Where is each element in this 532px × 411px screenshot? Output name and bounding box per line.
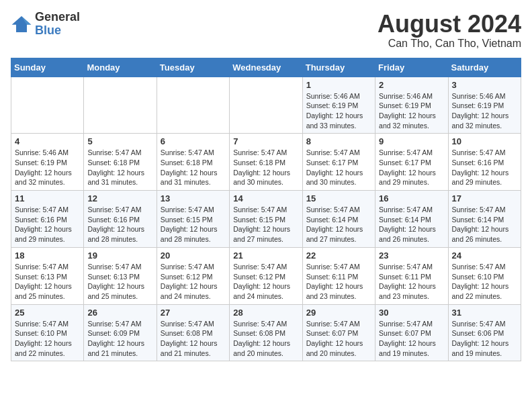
day-number: 10: [452, 136, 517, 146]
day-info: Sunrise: 5:47 AM Sunset: 6:14 PM Dayligh…: [306, 205, 371, 244]
day-number: 19: [87, 250, 152, 261]
day-info: Sunrise: 5:47 AM Sunset: 6:11 PM Dayligh…: [306, 262, 371, 302]
day-of-week-sunday: Sunday: [11, 58, 84, 77]
day-info: Sunrise: 5:46 AM Sunset: 6:19 PM Dayligh…: [452, 91, 517, 131]
calendar-cell: 20Sunrise: 5:47 AM Sunset: 6:12 PM Dayli…: [157, 247, 229, 304]
day-number: 3: [452, 80, 517, 90]
calendar-body: 1Sunrise: 5:46 AM Sunset: 6:19 PM Daylig…: [11, 77, 521, 361]
day-info: Sunrise: 5:47 AM Sunset: 6:12 PM Dayligh…: [233, 262, 298, 302]
day-number: 25: [15, 308, 80, 318]
calendar-cell: 3Sunrise: 5:46 AM Sunset: 6:19 PM Daylig…: [448, 77, 521, 134]
day-info: Sunrise: 5:47 AM Sunset: 6:16 PM Dayligh…: [87, 205, 152, 244]
calendar-cell: 22Sunrise: 5:47 AM Sunset: 6:11 PM Dayli…: [302, 247, 375, 304]
day-number: 30: [379, 308, 444, 318]
day-info: Sunrise: 5:47 AM Sunset: 6:08 PM Dayligh…: [233, 319, 298, 359]
day-info: Sunrise: 5:47 AM Sunset: 6:15 PM Dayligh…: [233, 205, 298, 244]
calendar-cell: 24Sunrise: 5:47 AM Sunset: 6:10 PM Dayli…: [448, 247, 521, 304]
day-number: 26: [87, 308, 152, 318]
calendar-cell: 11Sunrise: 5:47 AM Sunset: 6:16 PM Dayli…: [11, 191, 84, 248]
calendar-cell: 2Sunrise: 5:46 AM Sunset: 6:19 PM Daylig…: [375, 77, 448, 134]
calendar-header: SundayMondayTuesdayWednesdayThursdayFrid…: [11, 58, 521, 77]
days-of-week-row: SundayMondayTuesdayWednesdayThursdayFrid…: [11, 58, 521, 77]
day-info: Sunrise: 5:47 AM Sunset: 6:12 PM Dayligh…: [161, 262, 226, 302]
calendar-cell: 30Sunrise: 5:47 AM Sunset: 6:07 PM Dayli…: [375, 304, 448, 361]
day-of-week-saturday: Saturday: [448, 58, 521, 77]
day-number: 28: [233, 308, 298, 318]
day-number: 11: [15, 193, 80, 203]
day-number: 8: [306, 136, 371, 146]
day-info: Sunrise: 5:46 AM Sunset: 6:19 PM Dayligh…: [306, 91, 371, 131]
calendar-cell: 25Sunrise: 5:47 AM Sunset: 6:10 PM Dayli…: [11, 304, 84, 361]
day-number: 24: [452, 250, 517, 261]
week-row-2: 4Sunrise: 5:46 AM Sunset: 6:19 PM Daylig…: [11, 134, 521, 191]
calendar-cell: 6Sunrise: 5:47 AM Sunset: 6:18 PM Daylig…: [157, 134, 229, 191]
day-info: Sunrise: 5:47 AM Sunset: 6:07 PM Dayligh…: [379, 319, 444, 359]
location: Can Tho, Can Tho, Vietnam: [378, 38, 521, 50]
calendar-cell: 9Sunrise: 5:47 AM Sunset: 6:17 PM Daylig…: [375, 134, 448, 191]
calendar-cell: 16Sunrise: 5:47 AM Sunset: 6:14 PM Dayli…: [375, 191, 448, 248]
day-info: Sunrise: 5:47 AM Sunset: 6:14 PM Dayligh…: [452, 205, 517, 244]
calendar-cell: 17Sunrise: 5:47 AM Sunset: 6:14 PM Dayli…: [448, 191, 521, 248]
day-number: 29: [306, 308, 371, 318]
week-row-5: 25Sunrise: 5:47 AM Sunset: 6:10 PM Dayli…: [11, 304, 521, 361]
day-info: Sunrise: 5:46 AM Sunset: 6:19 PM Dayligh…: [379, 91, 444, 131]
calendar-cell: 10Sunrise: 5:47 AM Sunset: 6:16 PM Dayli…: [448, 134, 521, 191]
day-info: Sunrise: 5:47 AM Sunset: 6:16 PM Dayligh…: [15, 205, 80, 244]
day-info: Sunrise: 5:47 AM Sunset: 6:18 PM Dayligh…: [233, 148, 298, 187]
day-number: 6: [161, 136, 226, 146]
calendar-cell: 28Sunrise: 5:47 AM Sunset: 6:08 PM Dayli…: [230, 304, 302, 361]
calendar-cell: 19Sunrise: 5:47 AM Sunset: 6:13 PM Dayli…: [84, 247, 157, 304]
day-info: Sunrise: 5:47 AM Sunset: 6:13 PM Dayligh…: [87, 262, 152, 302]
calendar-cell: 7Sunrise: 5:47 AM Sunset: 6:18 PM Daylig…: [230, 134, 302, 191]
day-info: Sunrise: 5:47 AM Sunset: 6:08 PM Dayligh…: [161, 319, 226, 359]
day-number: 18: [15, 250, 80, 261]
logo-general: General: [35, 10, 80, 24]
month-year: August 2024: [378, 11, 521, 38]
calendar-cell: 5Sunrise: 5:47 AM Sunset: 6:18 PM Daylig…: [84, 134, 157, 191]
day-number: 4: [15, 136, 80, 146]
day-info: Sunrise: 5:47 AM Sunset: 6:18 PM Dayligh…: [161, 148, 226, 187]
calendar-cell: 12Sunrise: 5:47 AM Sunset: 6:16 PM Dayli…: [84, 191, 157, 248]
day-info: Sunrise: 5:47 AM Sunset: 6:14 PM Dayligh…: [379, 205, 444, 244]
day-number: 15: [306, 193, 371, 203]
day-of-week-friday: Friday: [375, 58, 448, 77]
day-of-week-tuesday: Tuesday: [157, 58, 229, 77]
day-info: Sunrise: 5:47 AM Sunset: 6:17 PM Dayligh…: [379, 148, 444, 187]
calendar-table: SundayMondayTuesdayWednesdayThursdayFrid…: [11, 58, 521, 362]
day-info: Sunrise: 5:47 AM Sunset: 6:13 PM Dayligh…: [15, 262, 80, 302]
day-info: Sunrise: 5:47 AM Sunset: 6:10 PM Dayligh…: [15, 319, 80, 359]
day-number: 2: [379, 80, 444, 90]
day-info: Sunrise: 5:47 AM Sunset: 6:06 PM Dayligh…: [452, 319, 517, 359]
day-number: 13: [161, 193, 226, 203]
calendar-cell: [230, 77, 302, 134]
day-info: Sunrise: 5:46 AM Sunset: 6:19 PM Dayligh…: [15, 148, 80, 187]
day-info: Sunrise: 5:47 AM Sunset: 6:18 PM Dayligh…: [87, 148, 152, 187]
calendar-cell: 1Sunrise: 5:46 AM Sunset: 6:19 PM Daylig…: [302, 77, 375, 134]
title-block: August 2024 Can Tho, Can Tho, Vietnam: [378, 11, 521, 50]
logo-icon: [11, 15, 32, 34]
calendar-cell: 26Sunrise: 5:47 AM Sunset: 6:09 PM Dayli…: [84, 304, 157, 361]
day-number: 16: [379, 193, 444, 203]
day-number: 31: [452, 308, 517, 318]
day-info: Sunrise: 5:47 AM Sunset: 6:09 PM Dayligh…: [87, 319, 152, 359]
day-number: 23: [379, 250, 444, 261]
day-info: Sunrise: 5:47 AM Sunset: 6:16 PM Dayligh…: [452, 148, 517, 187]
day-of-week-thursday: Thursday: [302, 58, 375, 77]
calendar-cell: 21Sunrise: 5:47 AM Sunset: 6:12 PM Dayli…: [230, 247, 302, 304]
day-number: 22: [306, 250, 371, 261]
calendar-cell: 23Sunrise: 5:47 AM Sunset: 6:11 PM Dayli…: [375, 247, 448, 304]
week-row-4: 18Sunrise: 5:47 AM Sunset: 6:13 PM Dayli…: [11, 247, 521, 304]
calendar-cell: 31Sunrise: 5:47 AM Sunset: 6:06 PM Dayli…: [448, 304, 521, 361]
week-row-3: 11Sunrise: 5:47 AM Sunset: 6:16 PM Dayli…: [11, 191, 521, 248]
logo-blue: Blue: [35, 24, 61, 37]
day-number: 14: [233, 193, 298, 203]
calendar-cell: 14Sunrise: 5:47 AM Sunset: 6:15 PM Dayli…: [230, 191, 302, 248]
day-number: 7: [233, 136, 298, 146]
calendar-cell: [84, 77, 157, 134]
logo: General Blue: [11, 11, 80, 38]
day-info: Sunrise: 5:47 AM Sunset: 6:15 PM Dayligh…: [161, 205, 226, 244]
day-number: 17: [452, 193, 517, 203]
calendar-cell: 15Sunrise: 5:47 AM Sunset: 6:14 PM Dayli…: [302, 191, 375, 248]
day-number: 1: [306, 80, 371, 90]
day-info: Sunrise: 5:47 AM Sunset: 6:07 PM Dayligh…: [306, 319, 371, 359]
